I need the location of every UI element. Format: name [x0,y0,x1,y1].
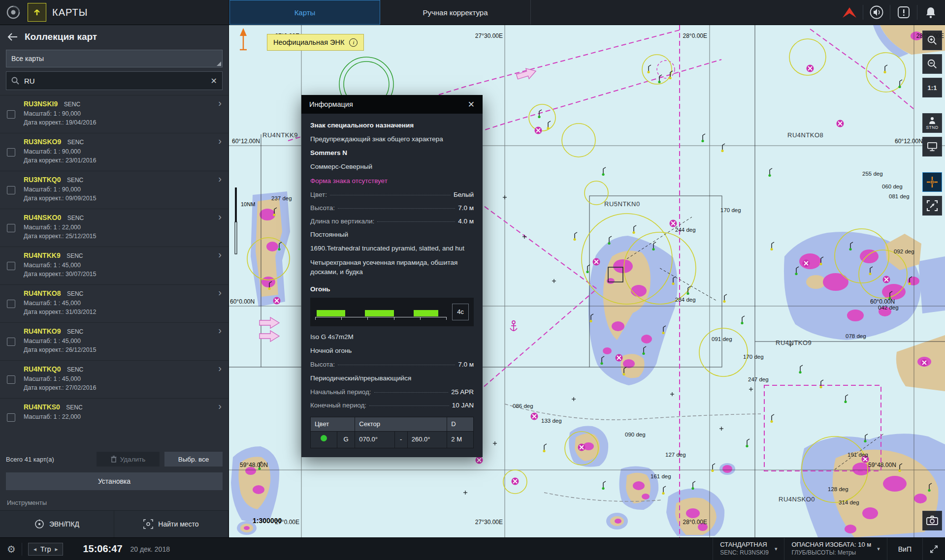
chevron-right-icon[interactable]: › [218,325,222,336]
find-place-button[interactable]: Найти место [114,511,228,537]
delete-button[interactable]: Удалить [97,452,160,467]
fullscreen-button[interactable] [922,538,945,560]
unofficial-enc-badge[interactable]: Неофициальная ЭНК i [267,34,364,51]
evn-pkd-button[interactable]: ЭВН/ПКД [0,511,114,537]
chevron-down-icon: ▾ [877,546,880,552]
display-settings-button[interactable] [922,137,942,156]
depth-units-value: ГЛУБ/ВЫСОТЫ: Метры [791,549,871,557]
chart-checkbox[interactable] [7,224,15,232]
chart-scale: Масштаб: 1 : 90,000 [24,148,214,155]
chart-id: RU4NTKS0 [24,403,60,411]
search-input[interactable]: RU [24,77,206,85]
sidebar-bottom: Всего 41 карт(а) Удалить Выбр. все Устан… [0,447,228,537]
zoom-out-button[interactable] [922,54,942,74]
badge-label: Неофициальная ЭНК [273,38,344,46]
tab-manual-correction[interactable]: Ручная корректура [380,0,531,25]
map-label: 27°30.00E [475,32,503,39]
chevron-right-icon[interactable]: › [218,135,222,147]
chevron-right-icon[interactable]: › [218,287,222,298]
clear-search-icon[interactable]: ✕ [211,76,217,86]
arrow-left-icon[interactable]: ◂ [33,546,36,553]
frame-select-button[interactable] [922,196,942,216]
map-label: 28°0.00E [683,32,707,39]
chevron-right-icon[interactable]: › [218,97,222,109]
crosshair-icon [926,176,938,188]
tools-section-label: Инструменты [0,490,228,510]
export-button[interactable] [28,3,46,22]
chart-id: RU3NSKO9 [24,138,61,146]
page-title: КАРТЫ [52,7,88,18]
settings-gear-icon[interactable]: ⚙ [7,543,16,555]
install-button[interactable]: Установка [6,472,223,490]
notifications-button[interactable] [919,0,942,25]
chart-list-item[interactable]: RU4NSKO0 SENC Масштаб: 1 : 22,000 Дата к… [0,209,228,247]
arrow-right-icon[interactable]: ▸ [55,546,58,553]
stnd-display-button[interactable]: STND [922,113,942,133]
map-label: 127 deg [665,452,686,458]
select-all-button[interactable]: Выбр. все [164,452,223,467]
chevron-right-icon[interactable]: › [218,401,222,412]
chart-list-item[interactable]: RU3NSKO9 SENC Масштаб: 1 : 90,000 Дата к… [0,133,228,171]
chart-checkbox[interactable] [7,338,15,346]
mode-toggle[interactable]: ◂ Тгр ▸ [28,543,64,556]
sound-button[interactable] [865,0,888,25]
feature-class: Знак специального назначения [310,121,474,130]
light-period-box: 4с [452,304,469,320]
vip-button[interactable]: ВиП [887,538,922,560]
sector-row: G 070.0° - 260.0° 2 M [311,432,474,448]
chart-type: SENC [67,215,84,221]
chart-list-item[interactable]: RU4NTKQ0 SENC Масштаб: 1 : 45,000 Дата к… [0,361,228,399]
status-panels: СТАНДАРТНАЯ SENC: RU3NSKI9 ▾ ОПАСНАЯ ИЗО… [713,538,945,560]
close-icon[interactable]: ✕ [468,99,475,110]
chart-checkbox[interactable] [7,375,15,384]
status-bar: ⚙ ◂ Тгр ▸ 15:06:47 20 дек. 2018 СТАНДАРТ… [0,537,945,560]
chart-list-item[interactable]: RU4NTKO8 SENC Масштаб: 1 : 45,000 Дата к… [0,285,228,323]
attribute-rows-1: Цвет:БелыйВысота:7.0 мДлина по вертикали… [310,190,474,226]
chart-scale: Масштаб: 1 : 22,000 [24,224,214,231]
north-arrow-icon [236,27,251,53]
permanence: Постоянный [310,230,474,239]
display-mode-panel[interactable]: СТАНДАРТНАЯ SENC: RU3NSKI9 ▾ [713,538,784,560]
sidebar-header: Коллекция карт [0,25,228,49]
chevron-right-icon[interactable]: › [218,249,222,260]
cursor-pick-button[interactable] [922,172,942,192]
chart-filter-select[interactable]: Все карты [6,50,223,67]
chart-type: SENC [67,328,83,335]
clock: 15:06:47 [83,543,122,555]
chart-checkbox[interactable] [7,413,15,422]
info-icon[interactable]: i [349,38,358,47]
map-label: 078 deg [846,333,866,339]
chart-list-item[interactable]: RU4NTKK9 SENC Масштаб: 1 : 45,000 Дата к… [0,247,228,285]
map-label: 128 deg [828,486,848,492]
chevron-right-icon[interactable]: › [218,173,222,185]
camera-icon [926,516,938,526]
shape-missing-warning: Форма знака отсутствует [310,176,474,186]
scale-1-1-button[interactable]: 1:1 [922,78,942,97]
dialog-titlebar[interactable]: Информация ✕ [301,95,483,114]
chevron-right-icon[interactable]: › [218,363,222,374]
chevron-right-icon[interactable]: › [218,211,222,222]
zoom-in-button[interactable] [922,31,942,50]
safety-contour-panel[interactable]: ОПАСНАЯ ИЗОБАТА: 10 м ГЛУБ/ВЫСОТЫ: Метры… [784,538,886,560]
chart-list-item[interactable]: RU3NSKI9 SENC Масштаб: 1 : 90,000 Дата к… [0,95,228,133]
chart-checkbox[interactable] [7,262,15,270]
map-label: 247 deg [748,376,769,382]
map-label: 170 deg [743,354,764,360]
chart-checkbox[interactable] [7,186,15,194]
description-ru: Четырехгранная усеченная пирамида, обшит… [310,258,474,277]
chart-list-item[interactable]: RU4NTKS0 SENC Масштаб: 1 : 22,000 › [0,399,228,422]
tab-charts[interactable]: Карты [229,0,380,25]
chart-date: Дата коррект.: 25/12/2015 [24,233,214,240]
chart-list-item[interactable]: RU4NTKO9 SENC Масштаб: 1 : 45,000 Дата к… [0,323,228,361]
map-label: 10NM [241,201,255,207]
chart-checkbox[interactable] [7,148,15,156]
light-characteristic: Iso G 4s7m2M [310,332,474,342]
screenshot-button[interactable] [922,511,942,530]
chart-checkbox[interactable] [7,110,15,119]
back-arrow-icon[interactable] [7,32,18,41]
alerts-button[interactable] [892,0,915,25]
chart-canvas[interactable]: 27°0.00E27°30.00E28°0.00E28°30.00E27°0.0… [229,25,945,537]
chart-list-item[interactable]: RU3NTKQ0 SENC Масштаб: 1 : 90,000 Дата к… [0,171,228,209]
chart-search-box[interactable]: RU ✕ [6,71,223,90]
chart-checkbox[interactable] [7,300,15,308]
